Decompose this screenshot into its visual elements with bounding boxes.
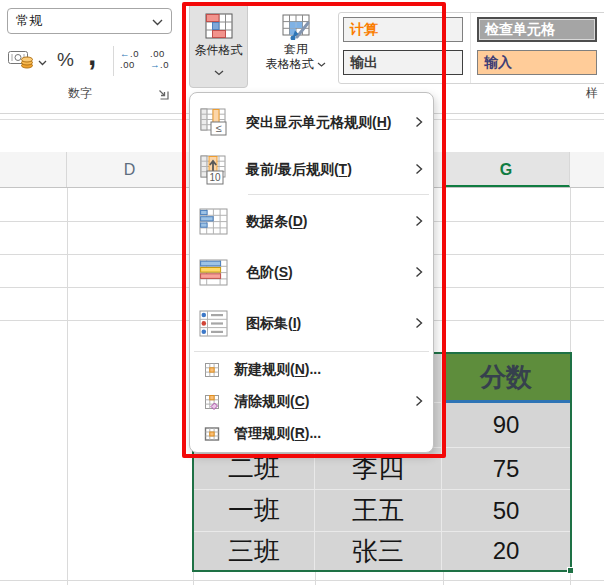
menu-separator (248, 194, 429, 195)
number-format-dropdown[interactable]: 常规 (7, 8, 172, 34)
table-header-score[interactable]: 分数 (442, 354, 570, 403)
chevron-right-icon (415, 161, 423, 179)
top-bottom-rules-icon: 10 (198, 154, 230, 186)
table-cell[interactable]: 二班 (194, 448, 315, 490)
menu-item-label: 最前/最后规则(T) (246, 161, 352, 179)
menu-item-clear-rules[interactable]: 清除规则(C) (190, 386, 433, 418)
accounting-number-format-icon (8, 48, 34, 74)
menu-item-label: 突出显示单元格规则(H) (246, 114, 391, 132)
menu-item-label: 清除规则(C) (234, 393, 309, 411)
menu-item-highlight-cells-rules[interactable]: ≤ 突出显示单元格规则(H) (190, 99, 433, 146)
svg-text:10: 10 (209, 172, 221, 183)
menu-item-label: 数据条(D) (246, 213, 307, 231)
column-header-c[interactable] (0, 152, 67, 187)
format-as-table-button[interactable]: 套用 表格格式 (254, 3, 338, 88)
chevron-down-icon (214, 62, 224, 80)
decrease-decimal-button[interactable]: .00→.0 (150, 48, 169, 70)
menu-item-label: 色阶(S) (246, 264, 293, 282)
icon-sets-icon (198, 308, 230, 340)
format-as-table-label-line2: 表格格式 (266, 57, 326, 72)
highlight-cells-rules-icon: ≤ (198, 107, 230, 139)
table-cell-score[interactable]: 90 (442, 403, 570, 448)
chevron-right-icon (415, 213, 423, 231)
menu-item-color-scales[interactable]: 色阶(S) (190, 247, 433, 298)
menu-separator (194, 351, 429, 352)
table-cell-score[interactable]: 20 (442, 532, 570, 570)
chevron-down-icon (317, 62, 326, 68)
new-rule-icon (204, 362, 220, 378)
color-scales-icon (198, 257, 230, 289)
table-cell[interactable]: 王五 (315, 490, 442, 532)
table-cell[interactable]: 张三 (315, 532, 442, 570)
menu-item-new-rule[interactable]: 新建规则(N)... (190, 354, 433, 386)
accounting-number-format-button[interactable] (8, 48, 47, 74)
conditional-formatting-icon (204, 9, 234, 43)
format-as-table-icon (281, 8, 311, 42)
gridline (67, 188, 68, 585)
divider (113, 46, 114, 76)
menu-item-manage-rules[interactable]: 管理规则(R)... (190, 418, 433, 450)
menu-item-label: 图标集(I) (246, 315, 301, 333)
number-format-value: 常规 (16, 12, 42, 30)
chevron-right-icon (415, 264, 423, 282)
styles-group-label: 样 (586, 85, 598, 102)
menu-item-icon-sets[interactable]: 图标集(I) (190, 298, 433, 349)
format-as-table-label-line1: 套用 (284, 42, 308, 57)
svg-text:≤: ≤ (215, 122, 221, 134)
divider (470, 13, 471, 83)
increase-decimal-button[interactable]: ←.0.00 (120, 48, 139, 70)
conditional-formatting-label: 条件格式 (195, 43, 243, 58)
table-cell[interactable]: 李四 (315, 448, 442, 490)
table-cell-score[interactable]: 75 (442, 448, 570, 490)
table-cell[interactable]: 一班 (194, 490, 315, 532)
number-dialog-launcher-icon[interactable] (157, 87, 170, 105)
table-cell-score[interactable]: 50 (442, 490, 570, 532)
fill-handle[interactable] (567, 567, 574, 574)
menu-item-data-bars[interactable]: 数据条(D) (190, 196, 433, 247)
chevron-down-icon (38, 52, 47, 70)
data-bars-icon (198, 206, 230, 238)
chevron-down-icon (152, 14, 163, 29)
gridline (0, 580, 604, 581)
table-cell[interactable]: 三班 (194, 532, 315, 570)
menu-item-top-bottom-rules[interactable]: 10 最前/最后规则(T) (190, 146, 433, 193)
chevron-right-icon (415, 114, 423, 132)
column-header-g-selected[interactable]: G (443, 152, 570, 187)
chevron-right-icon (415, 315, 423, 333)
manage-rules-icon (204, 426, 220, 442)
conditional-formatting-menu: ≤ 突出显示单元格规则(H) 10 最前/最后规则(T) (189, 92, 434, 453)
column-header-d[interactable]: D (67, 152, 193, 187)
menu-item-label: 管理规则(R)... (234, 425, 321, 443)
cell-style-input[interactable]: 输入 (477, 50, 597, 75)
menu-item-label: 新建规则(N)... (234, 361, 321, 379)
clear-rules-icon (204, 394, 220, 410)
cell-style-output[interactable]: 输出 (343, 50, 463, 75)
chevron-right-icon (415, 393, 423, 411)
cell-style-check-cell[interactable]: 检查单元格 (477, 17, 597, 42)
conditional-formatting-button[interactable]: 条件格式 (189, 3, 248, 88)
number-group-label: 数字 (30, 85, 130, 102)
column-header-h[interactable] (570, 152, 604, 187)
cell-style-calculation[interactable]: 计算 (343, 17, 463, 42)
percent-style-button[interactable]: % (57, 49, 74, 71)
comma-style-button[interactable]: , (88, 38, 96, 72)
